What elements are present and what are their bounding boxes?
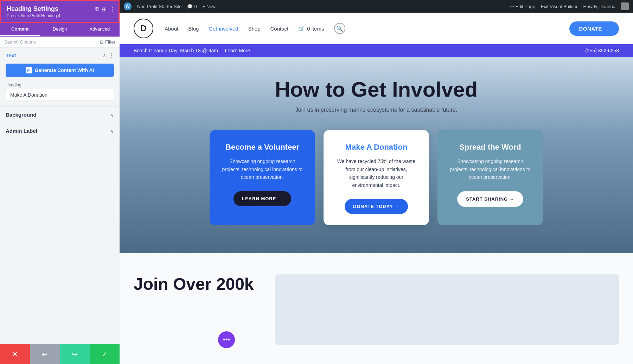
comments-link[interactable]: 💬 0 (187, 4, 197, 9)
dots-icon: ••• (223, 336, 230, 344)
admin-avatar (621, 2, 629, 10)
nav-about[interactable]: About (165, 26, 178, 32)
close-button[interactable]: ✕ (0, 344, 30, 364)
panel-header: Heading Settings Preset: Non Profit Head… (0, 0, 120, 23)
undo-icon: ↩ (42, 350, 48, 358)
site-name-link[interactable]: Non Profit Starter Site (137, 4, 181, 9)
nav-get-involved[interactable]: Get-involved (209, 26, 238, 32)
announcement-text: Beach Cleanup Day: March 13 @ 9am – Lear… (134, 48, 250, 53)
heading-field-label: Heading (0, 81, 120, 89)
background-section: Background ∨ (0, 106, 120, 123)
donation-card-body: We have recycled 75% of the waste from o… (335, 157, 418, 189)
hero-title: How to Get Involved (134, 78, 619, 101)
text-section-title: Text (6, 52, 16, 58)
start-sharing-button[interactable]: START SHARING → (457, 191, 523, 207)
site-nav: About Blog Get-involved Shop Contact 🛒 0… (165, 23, 562, 34)
more-options-icon[interactable]: ⋮ (109, 6, 115, 13)
main-content: W Non Profit Starter Site 💬 0 + New ✏ Ed… (120, 0, 633, 364)
save-button[interactable]: ✓ (90, 344, 120, 364)
volunteer-card-body: Showcasing ongoing research projects, te… (221, 157, 304, 181)
redo-icon: ↪ (72, 350, 78, 358)
search-button[interactable]: 🔍 (334, 23, 345, 34)
nav-shop[interactable]: Shop (248, 26, 260, 32)
comments-count: 0 (194, 4, 197, 9)
more-text-icon[interactable]: ⋮ (108, 52, 114, 59)
admin-chevron-down-icon: ∨ (110, 128, 114, 134)
exit-builder-link[interactable]: Exit Visual Builder (541, 4, 578, 9)
undo-button[interactable]: ↩ (30, 344, 60, 364)
volunteer-card-button[interactable]: LEARN MORE → (234, 191, 291, 206)
sharing-card-body: Showcasing ongoing research projects, te… (449, 157, 532, 181)
ai-btn-label: Generate Content With AI (35, 67, 94, 73)
redo-button[interactable]: ↪ (60, 344, 90, 364)
background-section-header[interactable]: Background ∨ (0, 107, 120, 123)
chevron-up-icon: ∧ (103, 53, 106, 58)
ai-generate-button[interactable]: AI Generate Content With AI (6, 64, 114, 77)
site-header: D About Blog Get-involved Shop Contact 🛒… (120, 13, 633, 44)
admin-bar: W Non Profit Starter Site 💬 0 + New ✏ Ed… (120, 0, 633, 13)
edit-page-link[interactable]: ✏ Edit Page (510, 4, 535, 9)
check-icon: ✓ (102, 350, 108, 358)
nav-contact[interactable]: Contact (270, 26, 289, 32)
heading-input[interactable] (6, 89, 114, 101)
sharing-card: Spread the Word Showcasing ongoing resea… (437, 130, 543, 225)
admin-label-section: Admin Label ∨ (0, 123, 120, 139)
panel-tabs: Content Design Advanced (0, 23, 120, 37)
admin-label-section-header[interactable]: Admin Label ∨ (0, 123, 120, 139)
admin-bar-right: ✏ Edit Page Exit Visual Builder Howdy, D… (510, 2, 629, 10)
settings-panel: Heading Settings Preset: Non Profit Head… (0, 0, 120, 364)
close-icon: ✕ (12, 350, 18, 358)
filter-icon: ⊟ (100, 39, 104, 45)
hero-section: How to Get Involved Join us in preservin… (120, 57, 633, 253)
new-link[interactable]: + New (203, 4, 216, 9)
donate-today-button[interactable]: DONATE TODAY → (345, 199, 408, 214)
below-hero: Join Over 200k ••• (120, 253, 633, 364)
ai-icon: AI (26, 67, 32, 73)
announcement-bar: Beach Cleanup Day: March 13 @ 9am – Lear… (120, 44, 633, 57)
join-title: Join Over 200k (134, 274, 254, 345)
cart-count: 0 items (307, 26, 324, 32)
text-section: Text ∧ ⋮ AI Generate Content With AI Hea… (0, 48, 120, 106)
announcement-phone: (255) 352-6258 (585, 48, 619, 53)
nav-blog[interactable]: Blog (188, 26, 199, 32)
panel-preset: Preset: Non Profit Heading 4 (7, 13, 113, 18)
bottom-bar: ✕ ↩ ↪ ✓ (0, 344, 120, 364)
donation-card-title: Make A Donation (335, 143, 418, 152)
edit-page-label: Edit Page (516, 4, 535, 9)
howdy-text: Howdy, Deanna (583, 4, 615, 9)
comment-icon: 💬 (187, 4, 193, 9)
learn-more-link[interactable]: Learn More (225, 48, 250, 53)
below-hero-image (275, 274, 619, 345)
filter-label: Filter (105, 39, 115, 45)
tab-advanced[interactable]: Advanced (80, 23, 120, 36)
hero-subtitle: Join us in preserving marine ecosystems … (134, 107, 619, 113)
donation-card: Make A Donation We have recycled 75% of … (324, 130, 429, 225)
background-section-title: Background (6, 112, 37, 118)
wp-logo[interactable]: W (124, 2, 132, 10)
tab-content[interactable]: Content (0, 23, 40, 36)
donate-header-button[interactable]: DONATE → (569, 21, 619, 36)
pencil-icon: ✏ (510, 4, 514, 9)
text-section-actions: ∧ ⋮ (103, 52, 114, 59)
admin-label-title: Admin Label (6, 128, 37, 134)
search-filter-row: Search Options ⊟ Filter (0, 37, 120, 48)
purple-dot-button[interactable]: ••• (218, 331, 235, 348)
volunteer-card-title: Become a Volunteer (221, 143, 304, 152)
cart-area[interactable]: 🛒 0 items (298, 25, 324, 32)
search-options-placeholder: Search Options (4, 39, 100, 45)
filter-button[interactable]: ⊟ Filter (100, 39, 115, 45)
tab-design[interactable]: Design (40, 23, 79, 36)
search-icon: 🔍 (336, 25, 343, 32)
text-section-header[interactable]: Text ∧ ⋮ (0, 48, 120, 62)
panel-header-icons: ⧉ ⊞ ⋮ (95, 6, 115, 13)
grid-icon[interactable]: ⊞ (102, 6, 107, 13)
chevron-down-icon: ∨ (110, 112, 114, 118)
site-logo[interactable]: D (134, 19, 153, 38)
cards-grid: Become a Volunteer Showcasing ongoing re… (134, 130, 619, 225)
volunteer-card: Become a Volunteer Showcasing ongoing re… (210, 130, 315, 225)
sharing-card-title: Spread the Word (449, 143, 532, 152)
window-icon[interactable]: ⧉ (95, 6, 99, 13)
cart-icon: 🛒 (298, 25, 305, 32)
